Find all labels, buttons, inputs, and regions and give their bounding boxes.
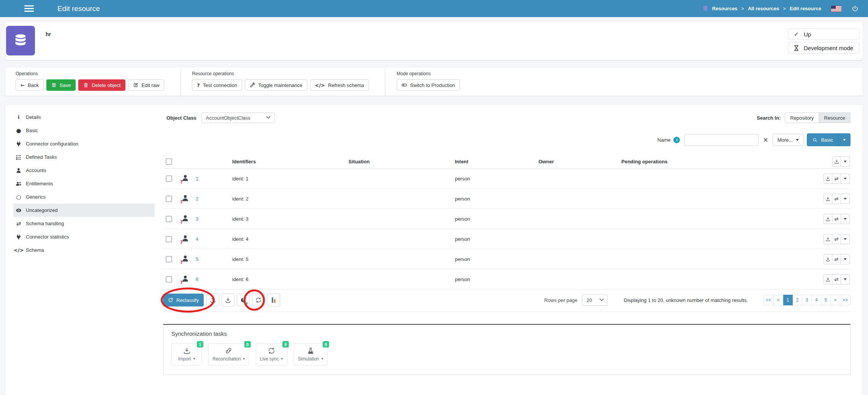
download-button[interactable] [824,174,832,184]
sidebar-item-defined-tasks[interactable]: Defined Tasks [13,150,155,164]
exchange-button[interactable]: ⇄ [832,174,841,184]
row-menu-caret-button[interactable] [841,174,850,184]
delete-object-button[interactable]: Delete object [78,79,125,91]
page-next-button[interactable]: > [831,295,840,305]
download-button[interactable] [824,234,832,244]
more-filters-button[interactable]: More... [773,134,804,146]
account-link[interactable]: 5 [196,256,198,262]
sidebar-item-connector-statistics[interactable]: Connector statistics [13,230,155,243]
name-filter-label: Name [657,137,671,143]
sidebar-item-schema[interactable]: </> Schema [13,243,155,257]
language-flag-icon[interactable] [831,6,841,12]
search-in-resource-button[interactable]: Resource [819,112,851,123]
database-icon [702,6,708,12]
breadcrumb-link-resources[interactable]: Resources [712,6,737,11]
download-button[interactable] [824,274,832,284]
page-4-button[interactable]: 4 [812,295,821,305]
object-class-select[interactable]: AccountObjectClass [201,112,274,123]
sidebar-item-schema-handling[interactable]: ⇄ Schema handling [13,217,155,230]
paging-summary: Displaying 1 to 20, unknown number of ma… [624,297,748,303]
development-mode-label: Development mode [804,45,853,51]
row-checkbox[interactable] [166,175,172,182]
breadcrumb-link-all-resources[interactable]: All resources [748,6,779,11]
table-row: ? 1 ident: 1 person ⇄ [163,169,851,189]
row-checkbox[interactable] [166,256,172,262]
reconciliation-task-button[interactable]: Reconciliation 0 [208,343,249,365]
row-menu-caret-button[interactable] [841,274,850,284]
rotate-icon [168,297,173,303]
sidebar-item-details[interactable]: i Details [13,111,155,124]
sidebar-item-connector-configuration[interactable]: Connector configuration [13,137,155,150]
download-button[interactable] [222,294,234,307]
menu-hamburger-icon[interactable] [24,8,34,9]
page-1-button[interactable]: 1 [783,295,793,305]
page-first-button[interactable]: << [763,295,774,305]
basic-search-button[interactable]: Basic [807,133,851,146]
row-menu-caret-button[interactable] [841,254,850,264]
page-2-button[interactable]: 2 [793,295,802,305]
edit-raw-button[interactable]: Edit raw [128,79,164,91]
toggle-maintenance-button[interactable]: Toggle maintenance [245,79,307,91]
rows-per-page-select[interactable]: 20 [582,294,608,306]
table-row: ? 2 ident: 2 person ⇄ [163,189,851,209]
select-all-checkbox[interactable] [166,158,172,165]
sidebar-item-entitlements[interactable]: Entitlements [13,177,155,190]
account-link[interactable]: 2 [196,196,198,202]
development-mode-badge: Development mode [788,42,859,54]
upload-button[interactable] [206,294,219,307]
link-icon [225,347,232,354]
download-button[interactable] [824,194,832,204]
sidebar-item-basic[interactable]: ● Basic [13,124,155,137]
save-button[interactable]: Save [46,79,76,91]
switch-to-production-button[interactable]: Switch to Production [397,79,460,91]
account-person-icon: ? [181,194,189,202]
download-button[interactable] [824,214,832,224]
import-task-button[interactable]: Import 1 [171,343,202,365]
column-header-intent: Intent [455,159,539,164]
page-5-button[interactable]: 5 [821,295,831,305]
page-prev-button[interactable]: < [774,295,783,305]
row-checkbox[interactable] [166,196,172,202]
test-connection-button[interactable]: ? Test connection [192,79,242,91]
basic-search-caret-button[interactable] [838,134,850,146]
reclassify-button[interactable]: Reclassify [163,294,204,307]
row-checkbox[interactable] [166,276,172,283]
download-button[interactable] [824,254,832,264]
live-sync-task-button[interactable]: Live sync 0 [256,343,287,365]
row-checkbox[interactable] [166,216,172,222]
row-menu-caret-button[interactable] [841,194,850,204]
account-link[interactable]: 6 [196,276,198,282]
account-link[interactable]: 3 [196,216,198,222]
sidebar-item-uncategorized[interactable]: Uncategorized [13,204,155,217]
synchronization-tasks-panel: Synchronization tasks Import 1 Reconcili… [163,324,851,375]
exchange-button[interactable]: ⇄ [832,234,841,244]
refresh-button[interactable] [252,294,265,307]
sidebar-item-accounts[interactable]: Accounts [13,164,155,177]
search-in-repository-button[interactable]: Repository [785,112,819,123]
exchange-button[interactable]: ⇄ [832,254,841,264]
row-checkbox[interactable] [166,236,172,242]
page-last-button[interactable]: >> [840,295,851,305]
account-link[interactable]: 4 [196,236,198,242]
simulation-task-button[interactable]: Simulation 0 [294,343,328,365]
download-icon [825,196,830,201]
back-button[interactable]: ← Back [16,79,44,91]
row-menu-caret-button[interactable] [841,214,850,224]
refresh-schema-button[interactable]: </> Refresh schema [310,79,369,91]
row-menu-caret-button[interactable] [841,234,850,244]
question-badge-icon: ? [180,240,183,245]
export-button[interactable] [832,156,841,167]
logout-power-icon[interactable] [851,5,859,13]
sidebar-item-generics[interactable]: ○ Generics [13,190,155,204]
page-3-button[interactable]: 3 [802,295,812,305]
exchange-button[interactable]: ⇄ [832,214,841,224]
clear-search-icon[interactable]: × [763,137,768,143]
export-menu-caret-button[interactable] [841,156,850,167]
create-report-button[interactable]: + [237,294,250,307]
exchange-button[interactable]: ⇄ [832,274,841,284]
statistics-button[interactable] [267,294,280,307]
account-link[interactable]: 1 [196,176,198,182]
name-filter-input[interactable] [684,134,759,146]
exchange-button[interactable]: ⇄ [832,194,841,204]
resource-badges: ✓ Up Development mode [788,28,859,54]
